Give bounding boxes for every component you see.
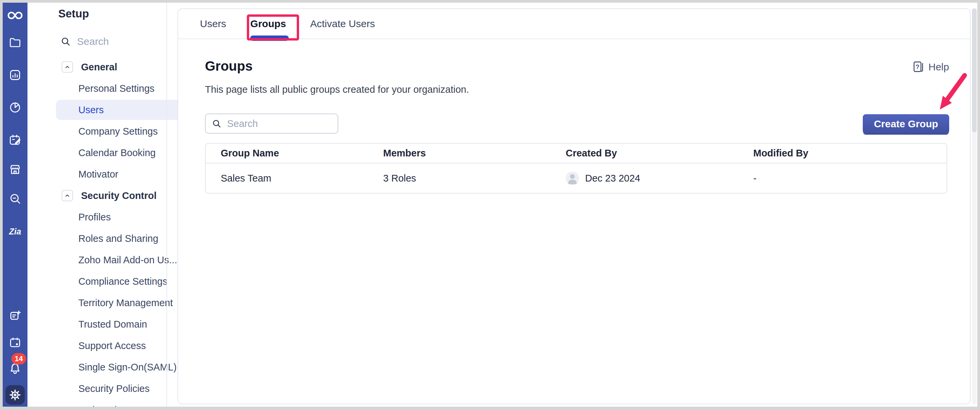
column-header-modified-by[interactable]: Modified By <box>753 148 947 159</box>
page-subtitle: This page lists all public groups create… <box>205 84 469 95</box>
analytics-pie-icon[interactable] <box>9 101 21 114</box>
page-title: Groups <box>205 59 253 74</box>
groups-table: Group Name Members Created By Modified B… <box>205 143 947 194</box>
tab-activate-users[interactable]: Activate Users <box>310 18 375 30</box>
group-name-link[interactable]: Sales Team <box>206 173 383 184</box>
column-header-created-by[interactable]: Created By <box>566 148 753 159</box>
person-icon <box>566 172 579 185</box>
reports-icon[interactable] <box>9 69 21 81</box>
active-tab-underline <box>250 35 289 41</box>
column-header-members[interactable]: Members <box>383 148 566 159</box>
app-rail: Zia 14 <box>3 3 27 407</box>
create-group-button[interactable]: Create Group <box>863 114 949 133</box>
zoho-crm-logo-icon[interactable] <box>7 7 24 24</box>
sidebar-title: Setup <box>58 7 89 20</box>
table-row[interactable]: Sales Team 3 Roles Dec 23 2024 - <box>206 164 947 193</box>
setup-sidebar: Setup General Personal Settings Users Co… <box>27 3 167 407</box>
svg-text:Zia: Zia <box>9 227 21 236</box>
created-by-cell: Dec 23 2024 <box>566 172 753 185</box>
section-label: Security Control <box>81 190 157 201</box>
svg-text:?: ? <box>916 63 920 70</box>
sidebar-search[interactable] <box>60 35 172 48</box>
sidebar-search-input[interactable] <box>76 35 172 48</box>
groups-search-input[interactable] <box>226 118 328 130</box>
created-date: Dec 23 2024 <box>585 173 640 184</box>
vertical-scrollbar[interactable] <box>972 8 977 404</box>
folder-icon[interactable] <box>9 36 21 49</box>
marketplace-icon[interactable] <box>9 163 21 176</box>
avatar <box>566 172 579 185</box>
chevron-up-icon[interactable] <box>62 61 73 73</box>
tab-groups[interactable]: Groups <box>250 18 286 30</box>
modified-by-cell: - <box>753 173 947 184</box>
zia-search-icon[interactable] <box>9 192 21 205</box>
app-window: Zia 14 <box>3 3 977 407</box>
scrollbar-thumb[interactable] <box>972 8 977 132</box>
help-label: Help <box>928 61 949 73</box>
search-icon <box>212 119 222 129</box>
groups-search-box[interactable] <box>205 114 338 133</box>
settings-tile-active[interactable] <box>5 385 25 405</box>
zia-icon[interactable]: Zia <box>7 224 23 238</box>
chevron-up-icon[interactable] <box>62 190 73 201</box>
gear-icon <box>8 388 22 402</box>
users-settings-card: Users Groups Activate Users Groups This … <box>178 8 970 404</box>
search-icon <box>60 36 71 47</box>
notification-count-badge: 14 <box>11 353 26 364</box>
annotation-arrow-icon <box>932 72 970 114</box>
help-doc-icon: ? <box>912 60 924 74</box>
column-header-group-name[interactable]: Group Name <box>206 148 383 159</box>
members-cell: 3 Roles <box>383 173 566 184</box>
table-header-row: Group Name Members Created By Modified B… <box>206 144 947 164</box>
section-label: General <box>81 62 117 73</box>
help-button[interactable]: ? Help <box>912 60 949 74</box>
sidebar-divider <box>167 3 167 407</box>
calendar-icon[interactable] <box>9 336 21 349</box>
tab-users[interactable]: Users <box>200 18 226 30</box>
calendar-tasks-icon[interactable] <box>9 133 21 146</box>
tab-bar: Users Groups Activate Users <box>178 9 970 39</box>
add-request-icon[interactable] <box>9 309 21 322</box>
